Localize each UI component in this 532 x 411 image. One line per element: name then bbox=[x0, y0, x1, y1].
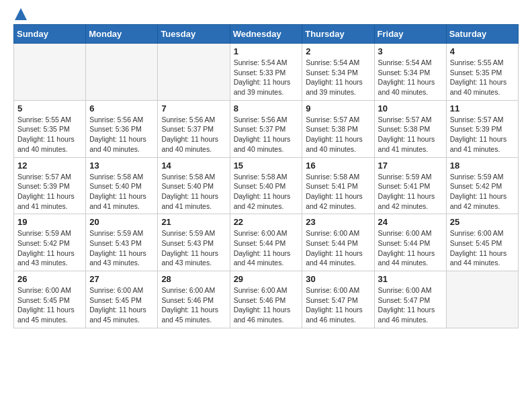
day-number: 26 bbox=[17, 274, 82, 284]
weekday-header-cell: Monday bbox=[86, 25, 158, 44]
calendar-day-cell: 2Sunrise: 5:54 AM Sunset: 5:34 PM Daylig… bbox=[302, 44, 374, 101]
calendar-day-cell: 27Sunrise: 6:00 AM Sunset: 5:45 PM Dayli… bbox=[86, 271, 158, 328]
calendar-day-cell: 29Sunrise: 6:00 AM Sunset: 5:46 PM Dayli… bbox=[230, 271, 302, 328]
calendar-week-row: 12Sunrise: 5:57 AM Sunset: 5:39 PM Dayli… bbox=[14, 157, 519, 214]
day-number: 27 bbox=[89, 274, 154, 284]
day-info: Sunrise: 5:59 AM Sunset: 5:42 PM Dayligh… bbox=[17, 228, 82, 268]
day-info: Sunrise: 5:58 AM Sunset: 5:40 PM Dayligh… bbox=[234, 172, 299, 212]
day-info: Sunrise: 5:56 AM Sunset: 5:37 PM Dayligh… bbox=[234, 115, 299, 154]
day-number: 17 bbox=[378, 161, 443, 171]
calendar-day-cell: 8Sunrise: 5:56 AM Sunset: 5:37 PM Daylig… bbox=[230, 100, 302, 157]
logo-icon bbox=[15, 8, 27, 20]
day-number: 18 bbox=[450, 161, 515, 171]
day-number: 29 bbox=[234, 274, 299, 284]
day-number: 8 bbox=[234, 103, 299, 113]
day-info: Sunrise: 5:59 AM Sunset: 5:41 PM Dayligh… bbox=[378, 172, 443, 212]
day-info: Sunrise: 5:57 AM Sunset: 5:38 PM Dayligh… bbox=[378, 115, 443, 154]
calendar-day-cell: 26Sunrise: 6:00 AM Sunset: 5:45 PM Dayli… bbox=[14, 271, 86, 328]
calendar-day-cell: 23Sunrise: 6:00 AM Sunset: 5:44 PM Dayli… bbox=[302, 214, 374, 271]
day-number: 13 bbox=[89, 161, 154, 171]
day-info: Sunrise: 5:56 AM Sunset: 5:37 PM Dayligh… bbox=[161, 115, 226, 154]
calendar-day-cell: 15Sunrise: 5:58 AM Sunset: 5:40 PM Dayli… bbox=[230, 157, 302, 214]
weekday-header-cell: Sunday bbox=[14, 25, 86, 44]
calendar-week-row: 19Sunrise: 5:59 AM Sunset: 5:42 PM Dayli… bbox=[14, 214, 519, 271]
page-header bbox=[13, 13, 519, 17]
calendar-week-row: 26Sunrise: 6:00 AM Sunset: 5:45 PM Dayli… bbox=[14, 271, 519, 328]
calendar-day-cell: 9Sunrise: 5:57 AM Sunset: 5:38 PM Daylig… bbox=[302, 100, 374, 157]
day-number: 4 bbox=[450, 46, 515, 56]
day-number: 21 bbox=[161, 217, 226, 227]
calendar-day-cell: 10Sunrise: 5:57 AM Sunset: 5:38 PM Dayli… bbox=[374, 100, 446, 157]
day-number: 7 bbox=[161, 103, 226, 113]
day-info: Sunrise: 5:58 AM Sunset: 5:41 PM Dayligh… bbox=[306, 172, 370, 212]
calendar-day-cell: 17Sunrise: 5:59 AM Sunset: 5:41 PM Dayli… bbox=[374, 157, 446, 214]
day-number: 19 bbox=[17, 217, 82, 227]
calendar-day-cell: 12Sunrise: 5:57 AM Sunset: 5:39 PM Dayli… bbox=[14, 157, 86, 214]
day-info: Sunrise: 6:00 AM Sunset: 5:47 PM Dayligh… bbox=[306, 285, 370, 325]
day-info: Sunrise: 5:59 AM Sunset: 5:43 PM Dayligh… bbox=[161, 228, 226, 268]
calendar-day-cell bbox=[86, 44, 158, 101]
calendar-day-cell: 3Sunrise: 5:54 AM Sunset: 5:34 PM Daylig… bbox=[374, 44, 446, 101]
day-number: 23 bbox=[306, 217, 370, 227]
day-info: Sunrise: 6:00 AM Sunset: 5:44 PM Dayligh… bbox=[234, 228, 299, 268]
calendar-table: SundayMondayTuesdayWednesdayThursdayFrid… bbox=[13, 24, 519, 328]
calendar-day-cell: 30Sunrise: 6:00 AM Sunset: 5:47 PM Dayli… bbox=[302, 271, 374, 328]
day-info: Sunrise: 5:57 AM Sunset: 5:38 PM Dayligh… bbox=[306, 115, 370, 154]
day-info: Sunrise: 5:58 AM Sunset: 5:40 PM Dayligh… bbox=[161, 172, 226, 212]
day-info: Sunrise: 6:00 AM Sunset: 5:46 PM Dayligh… bbox=[234, 285, 299, 325]
day-number: 31 bbox=[378, 274, 443, 284]
calendar-day-cell: 7Sunrise: 5:56 AM Sunset: 5:37 PM Daylig… bbox=[158, 100, 230, 157]
day-number: 3 bbox=[378, 46, 443, 56]
day-number: 28 bbox=[161, 274, 226, 284]
day-number: 16 bbox=[306, 161, 370, 171]
calendar-day-cell: 18Sunrise: 5:59 AM Sunset: 5:42 PM Dayli… bbox=[446, 157, 518, 214]
day-number: 9 bbox=[306, 103, 370, 113]
calendar-day-cell: 19Sunrise: 5:59 AM Sunset: 5:42 PM Dayli… bbox=[14, 214, 86, 271]
calendar-day-cell bbox=[158, 44, 230, 101]
calendar-day-cell: 6Sunrise: 5:56 AM Sunset: 5:36 PM Daylig… bbox=[86, 100, 158, 157]
calendar-day-cell: 25Sunrise: 6:00 AM Sunset: 5:45 PM Dayli… bbox=[446, 214, 518, 271]
day-info: Sunrise: 5:55 AM Sunset: 5:35 PM Dayligh… bbox=[17, 115, 82, 154]
calendar-day-cell: 5Sunrise: 5:55 AM Sunset: 5:35 PM Daylig… bbox=[14, 100, 86, 157]
day-info: Sunrise: 6:00 AM Sunset: 5:45 PM Dayligh… bbox=[17, 285, 82, 325]
logo bbox=[13, 13, 27, 17]
weekday-header-cell: Thursday bbox=[302, 25, 374, 44]
weekday-header-cell: Saturday bbox=[446, 25, 518, 44]
calendar-week-row: 5Sunrise: 5:55 AM Sunset: 5:35 PM Daylig… bbox=[14, 100, 519, 157]
calendar-day-cell: 20Sunrise: 5:59 AM Sunset: 5:43 PM Dayli… bbox=[86, 214, 158, 271]
day-number: 14 bbox=[161, 161, 226, 171]
day-info: Sunrise: 6:00 AM Sunset: 5:46 PM Dayligh… bbox=[161, 285, 226, 325]
calendar-day-cell bbox=[14, 44, 86, 101]
day-number: 12 bbox=[17, 161, 82, 171]
day-info: Sunrise: 5:58 AM Sunset: 5:40 PM Dayligh… bbox=[89, 172, 154, 212]
day-info: Sunrise: 6:00 AM Sunset: 5:47 PM Dayligh… bbox=[378, 285, 443, 325]
day-info: Sunrise: 6:00 AM Sunset: 5:44 PM Dayligh… bbox=[306, 228, 370, 268]
calendar-day-cell: 4Sunrise: 5:55 AM Sunset: 5:35 PM Daylig… bbox=[446, 44, 518, 101]
day-info: Sunrise: 5:54 AM Sunset: 5:33 PM Dayligh… bbox=[234, 58, 299, 97]
day-number: 11 bbox=[450, 103, 515, 113]
day-info: Sunrise: 5:56 AM Sunset: 5:36 PM Dayligh… bbox=[89, 115, 154, 154]
day-number: 15 bbox=[234, 161, 299, 171]
day-number: 10 bbox=[378, 103, 443, 113]
calendar-day-cell: 22Sunrise: 6:00 AM Sunset: 5:44 PM Dayli… bbox=[230, 214, 302, 271]
day-info: Sunrise: 5:57 AM Sunset: 5:39 PM Dayligh… bbox=[17, 172, 82, 212]
day-number: 25 bbox=[450, 217, 515, 227]
day-info: Sunrise: 5:59 AM Sunset: 5:43 PM Dayligh… bbox=[89, 228, 154, 268]
weekday-header-cell: Wednesday bbox=[230, 25, 302, 44]
day-number: 20 bbox=[89, 217, 154, 227]
day-number: 6 bbox=[89, 103, 154, 113]
calendar-day-cell: 1Sunrise: 5:54 AM Sunset: 5:33 PM Daylig… bbox=[230, 44, 302, 101]
calendar-day-cell bbox=[446, 271, 518, 328]
calendar-day-cell: 13Sunrise: 5:58 AM Sunset: 5:40 PM Dayli… bbox=[86, 157, 158, 214]
day-number: 24 bbox=[378, 217, 443, 227]
weekday-header-cell: Friday bbox=[374, 25, 446, 44]
day-info: Sunrise: 5:57 AM Sunset: 5:39 PM Dayligh… bbox=[450, 115, 515, 154]
calendar-day-cell: 16Sunrise: 5:58 AM Sunset: 5:41 PM Dayli… bbox=[302, 157, 374, 214]
day-number: 22 bbox=[234, 217, 299, 227]
day-number: 5 bbox=[17, 103, 82, 113]
day-number: 30 bbox=[306, 274, 370, 284]
calendar-body: 1Sunrise: 5:54 AM Sunset: 5:33 PM Daylig… bbox=[14, 44, 519, 328]
day-info: Sunrise: 5:59 AM Sunset: 5:42 PM Dayligh… bbox=[450, 172, 515, 212]
day-info: Sunrise: 6:00 AM Sunset: 5:45 PM Dayligh… bbox=[89, 285, 154, 325]
day-info: Sunrise: 6:00 AM Sunset: 5:44 PM Dayligh… bbox=[378, 228, 443, 268]
